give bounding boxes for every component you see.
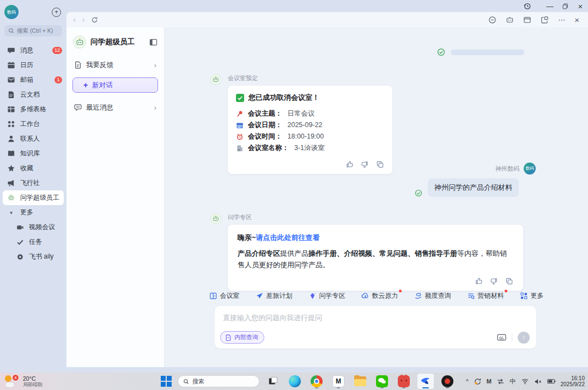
open-in-window-icon[interactable]: [541, 16, 549, 24]
chrome-app-icon[interactable]: [308, 374, 325, 389]
thumbs-up-icon[interactable]: [345, 160, 354, 169]
sidebar-item-label: 工作台: [20, 119, 40, 129]
restore-button[interactable]: [557, 1, 573, 11]
refresh-icon[interactable]: [91, 16, 98, 23]
task-view-button[interactable]: [265, 374, 281, 389]
robot-icon: [7, 194, 15, 202]
start-button[interactable]: [160, 375, 172, 387]
file-explorer-icon[interactable]: [352, 374, 368, 389]
more-options-icon[interactable]: ⋯: [558, 16, 565, 24]
sidebar-item-more[interactable]: ▾ 更多: [0, 205, 66, 220]
m-tray-icon[interactable]: M: [487, 378, 492, 385]
edge-app-icon[interactable]: [287, 374, 303, 389]
wechat-app-icon[interactable]: [374, 374, 390, 389]
ime-indicator[interactable]: 中: [510, 377, 516, 386]
thumbs-down-icon[interactable]: [490, 277, 498, 285]
forward-button[interactable]: ›: [82, 15, 85, 24]
message-input[interactable]: [222, 312, 529, 331]
taskbar-search[interactable]: 搜索: [178, 375, 259, 387]
search-input[interactable]: 搜索 (Ctrl + K): [4, 25, 62, 37]
sidebar-item-mail[interactable]: 邮箱 1: [0, 73, 66, 87]
robot-settings-icon[interactable]: [506, 16, 514, 24]
chip-marketing-materials[interactable]: 营销材料: [467, 291, 504, 301]
sidebar-item-feishu-aily[interactable]: 飞书 aily: [0, 249, 66, 264]
chip-shuyun[interactable]: 数云原力: [361, 291, 398, 301]
user-avatar[interactable]: 数码: [524, 163, 536, 175]
building-icon: [236, 145, 244, 152]
shortcut-keyboard-icon[interactable]: [497, 333, 506, 341]
loading-message: [437, 48, 524, 56]
chat-minimize-icon[interactable]: [488, 16, 496, 24]
add-icon[interactable]: +: [52, 8, 61, 17]
chip-wenxue-zone[interactable]: 问学专区: [308, 291, 345, 301]
bot-message-meeting: 会议室预定 您已成功取消会议室！ 会议主题： 日常会议: [210, 74, 392, 174]
feishu-app-icon[interactable]: [417, 374, 434, 389]
swap-arrows-icon[interactable]: [496, 378, 505, 385]
video-window-icon[interactable]: [523, 16, 531, 24]
sidebar-item-favorites[interactable]: 收藏: [0, 161, 66, 176]
app-sidebar: 数码 + 搜索 (Ctrl + K) 消息 12 日历 邮箱 1: [0, 0, 66, 373]
chip-label: 额度查询: [425, 291, 451, 301]
sidebar-item-video-meeting[interactable]: 视频会议: [0, 220, 66, 235]
sidebar-item-contacts[interactable]: 联系人: [0, 131, 66, 146]
back-button[interactable]: ‹: [73, 15, 76, 24]
internal-query-chip[interactable]: 内部查询: [220, 331, 264, 344]
sidebar-item-knowledge[interactable]: 知识库: [0, 146, 66, 161]
wifi-icon[interactable]: [521, 378, 529, 385]
new-chat-button[interactable]: + 新对话: [72, 77, 158, 93]
clock-date: 2025/9/22: [561, 381, 585, 388]
quick-actions-bar: 会议室 差旅计划 问学专区 数云原力: [165, 291, 588, 301]
m-app-icon[interactable]: M: [330, 374, 347, 389]
paper-plane-icon: [256, 292, 264, 300]
chip-travel-plan[interactable]: 差旅计划: [256, 291, 293, 301]
weather-widget[interactable]: 4 20°C 局部晴朗: [4, 374, 43, 388]
cloud-icon: [361, 292, 369, 300]
collapse-panel-icon[interactable]: [149, 38, 157, 46]
sidebar-item-label: 云文档: [20, 90, 40, 99]
recorder-app-icon[interactable]: [439, 374, 456, 389]
thumbs-down-icon[interactable]: [361, 160, 369, 169]
skeleton-bar: [451, 50, 524, 55]
sidebar-item-label: 更多: [20, 208, 33, 217]
battery-icon[interactable]: [547, 378, 556, 385]
recent-messages-item[interactable]: 最近消息 ›: [66, 102, 164, 113]
hidden-icons-chevron[interactable]: ^: [466, 378, 469, 385]
sidebar-item-base[interactable]: 多维表格: [0, 102, 66, 117]
taskbar-clock[interactable]: 16:10 2025/9/22: [561, 375, 585, 388]
thumbs-up-icon[interactable]: [475, 277, 483, 285]
sidebar-item-label: 多维表格: [20, 105, 46, 114]
sidebar-item-wenxue-assistant[interactable]: 问学超级员工: [3, 190, 64, 205]
send-button[interactable]: ↑: [518, 332, 530, 344]
go-view-link[interactable]: 请点击此处前往查看: [256, 233, 320, 242]
copy-icon[interactable]: [376, 160, 384, 169]
calendar-icon: [236, 122, 244, 129]
sidebar-item-label: 日历: [20, 61, 33, 70]
row-label: 会议室名称：: [248, 142, 289, 154]
red-app-icon[interactable]: [396, 374, 412, 389]
close-chat-icon[interactable]: ×: [574, 15, 579, 25]
grid-more-icon: [520, 292, 528, 300]
sidebar-item-workbench[interactable]: 工作台: [0, 117, 66, 131]
update-icon[interactable]: [474, 377, 482, 386]
copy-icon[interactable]: [505, 277, 513, 285]
sidebar-item-flight-club[interactable]: 飞行社: [0, 176, 66, 190]
sidebar-item-docs[interactable]: 云文档: [0, 87, 66, 102]
chip-meeting-room[interactable]: 会议室: [209, 291, 240, 301]
sidebar-item-tasks[interactable]: 任务: [0, 235, 66, 249]
volume-muted-icon[interactable]: [534, 378, 542, 385]
feedback-item[interactable]: 我要反馈 ›: [66, 59, 164, 70]
row-label: 会议日期：: [248, 119, 282, 131]
system-tray: ^ M 中 16:10 2025/9/22: [466, 373, 585, 390]
calendar-icon: [7, 61, 15, 69]
minimize-button[interactable]: —: [542, 1, 557, 11]
sidebar-item-calendar[interactable]: 日历: [0, 58, 66, 73]
chip-quota-query[interactable]: 额度查询: [414, 291, 451, 301]
user-avatar[interactable]: 数码: [4, 5, 19, 19]
chip-more[interactable]: 更多: [520, 291, 544, 301]
row-label: 会议时间：: [248, 131, 282, 142]
page-title: 问学超级员工: [90, 37, 145, 47]
weather-desc: 局部晴朗: [23, 382, 43, 388]
sidebar-item-messages[interactable]: 消息 12: [0, 43, 66, 58]
history-icon[interactable]: [519, 1, 535, 11]
close-button[interactable]: ×: [573, 1, 588, 11]
